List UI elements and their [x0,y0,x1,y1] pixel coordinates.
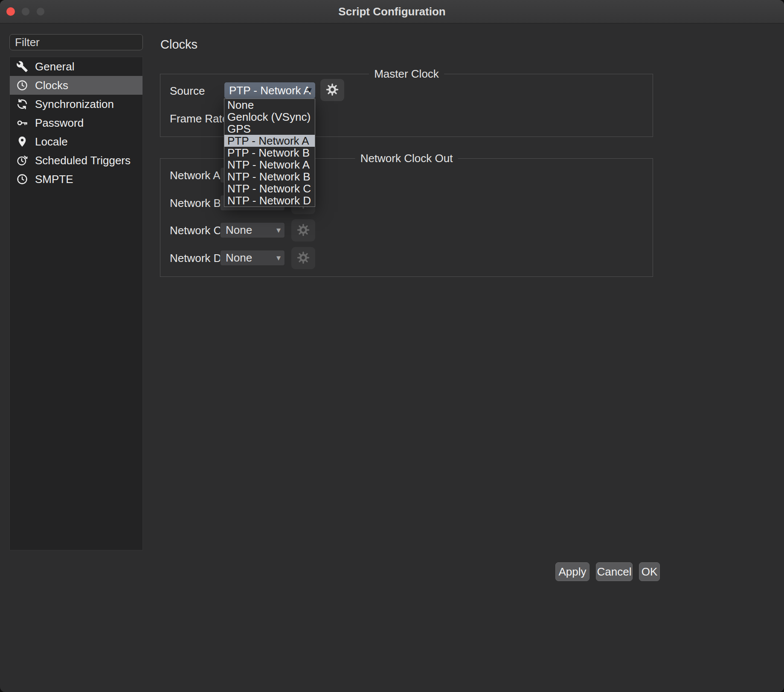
sidebar-item-general[interactable]: General [10,57,142,76]
network-c-dropdown[interactable]: None ▾ [220,222,285,238]
sync-icon [16,98,29,110]
sidebar-item-scheduled-triggers[interactable]: Scheduled Triggers [10,151,142,170]
sidebar: General Clocks Synchronization Password [9,57,143,550]
menu-item-ptp-network-b[interactable]: PTP - Network B [224,147,315,159]
close-icon[interactable] [6,7,15,16]
menu-item-none[interactable]: None [224,99,315,111]
network-d-dropdown[interactable]: None ▾ [220,250,285,266]
filter-input[interactable] [9,34,143,50]
network-b-label: Network B [170,197,221,210]
titlebar: Script Configuration [0,0,784,23]
menu-item-genlock-vsync[interactable]: Genlock (VSync) [224,111,315,123]
sidebar-item-smpte[interactable]: SMPTE [10,170,142,189]
sidebar-item-label: SMPTE [35,173,73,186]
sidebar-item-locale[interactable]: Locale [10,132,142,151]
zoom-window-icon[interactable] [36,7,45,16]
sidebar-item-label: Synchronization [35,98,114,111]
ok-button[interactable]: OK [639,562,660,581]
script-configuration-window: Script Configuration General Clocks Sync… [0,0,784,692]
location-pin-icon [16,135,29,148]
chevron-down-icon: ▾ [276,225,281,235]
timecode-clock-icon [16,173,29,186]
chevron-down-icon: ▾ [307,84,312,96]
menu-item-gps[interactable]: GPS [224,123,315,135]
source-settings-button[interactable] [320,79,344,101]
source-label: Source [170,84,205,98]
menu-item-ntp-network-c[interactable]: NTP - Network C [224,183,315,195]
menu-item-ptp-network-a[interactable]: PTP - Network A [224,135,315,147]
sidebar-item-label: Scheduled Triggers [35,154,131,167]
minimize-icon[interactable] [21,7,30,16]
sidebar-item-label: Password [35,116,84,130]
sidebar-item-label: General [35,60,75,73]
network-d-dropdown-value: None [226,251,252,265]
clock-icon [16,79,29,92]
frame-rate-label: Frame Rate [170,112,228,125]
network-c-label: Network C [170,224,221,237]
master-clock-group-title: Master Clock [369,67,444,81]
scheduled-clock-icon [16,154,29,167]
apply-button[interactable]: Apply [555,562,589,581]
cancel-button[interactable]: Cancel [596,562,633,581]
wrench-icon [16,60,29,73]
chevron-down-icon: ▾ [276,253,281,263]
menu-item-ntp-network-a[interactable]: NTP - Network A [224,159,315,171]
gear-icon [325,83,339,98]
network-clock-out-group-title: Network Clock Out [355,152,458,165]
network-c-settings-button[interactable] [291,219,315,241]
sidebar-item-label: Locale [35,135,68,148]
sidebar-item-password[interactable]: Password [10,113,142,132]
menu-item-ntp-network-d[interactable]: NTP - Network D [224,195,315,206]
sidebar-item-label: Clocks [35,79,68,92]
source-dropdown[interactable]: PTP - Network A ▾ [224,82,315,99]
gear-icon [296,251,310,266]
gear-icon [296,223,310,238]
network-a-label: Network A [170,169,221,182]
source-dropdown-value: PTP - Network A [229,84,311,97]
source-dropdown-menu: None Genlock (VSync) GPS PTP - Network A… [224,99,315,207]
sidebar-item-synchronization[interactable]: Synchronization [10,95,142,113]
network-d-label: Network D [170,252,221,265]
page-title: Clocks [160,38,197,52]
network-d-settings-button[interactable] [291,247,315,269]
network-c-dropdown-value: None [226,224,252,237]
window-title: Script Configuration [338,5,445,18]
menu-item-ntp-network-b[interactable]: NTP - Network B [224,171,315,183]
key-icon [16,116,29,129]
sidebar-item-clocks[interactable]: Clocks [10,76,142,95]
